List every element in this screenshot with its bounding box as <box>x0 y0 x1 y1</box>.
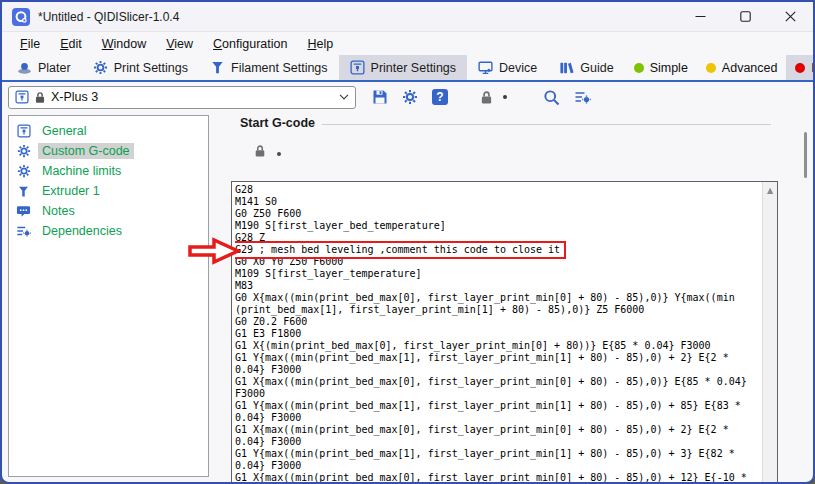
device-icon <box>478 60 493 75</box>
printer-icon <box>16 124 31 138</box>
printer-preset-dropdown[interactable]: X-Plus 3 <box>8 86 356 109</box>
gcode-line: G1 X{max((min(print_bed_max[0], first_la… <box>235 376 760 388</box>
search-button[interactable] <box>543 89 560 106</box>
tab-label: Plater <box>38 61 71 75</box>
window-controls <box>678 2 813 31</box>
gcode-line: M83 <box>235 280 760 292</box>
sidebar-item-dependencies[interactable]: Dependencies <box>9 221 208 241</box>
mode-label: Advanced <box>722 61 778 75</box>
gcode-line: M109 S[first_layer_temperature] <box>235 268 760 280</box>
tab-label: Guide <box>580 61 613 75</box>
menu-help[interactable]: Help <box>297 35 343 53</box>
preset-toolbar: X-Plus 3 ? <box>2 82 813 112</box>
mode-simple[interactable]: Simple <box>625 55 697 80</box>
sidebar-item-label: Dependencies <box>38 223 126 239</box>
tab-label: Device <box>499 61 537 75</box>
sidebar-item-label: Extruder 1 <box>38 183 104 199</box>
gcode-line: G1 Y{max((min(print_bed_max[1], first_la… <box>235 448 760 460</box>
notes-icon <box>16 204 31 218</box>
section-title: Start G-code <box>240 116 315 130</box>
maximize-button[interactable] <box>723 2 768 31</box>
menu-bar: File Edit Window View Configuration Help <box>2 32 813 55</box>
gear-icon <box>16 144 31 158</box>
gcode-content: G28M141 S0G0 Z50 F600M190 S[first_layer_… <box>235 184 760 484</box>
textarea-scrollbar[interactable]: ▲ <box>762 182 777 484</box>
gcode-line: G1 X{(min(print_bed_max[0], first_layer_… <box>235 340 760 352</box>
mode-label: Expert <box>811 61 815 75</box>
gcode-line: G28 <box>235 184 760 196</box>
gcode-line: 0.04} F3000 <box>235 460 760 472</box>
sidebar-item-notes[interactable]: Notes <box>9 201 208 221</box>
guide-icon <box>559 60 574 75</box>
sidebar-item-machine-limits[interactable]: Machine limits <box>9 161 208 181</box>
mode-switcher: Simple Advanced Expert <box>625 55 815 80</box>
gcode-line: G0 X{max((min(print_bed_max[0], first_la… <box>235 292 760 304</box>
tab-print-settings[interactable]: Print Settings <box>82 55 199 80</box>
gear-icon <box>16 164 31 178</box>
mode-expert[interactable]: Expert <box>786 55 815 80</box>
gcode-line: G1 Y{max((min(print_bed_max[1], first_la… <box>235 352 760 364</box>
preset-settings-gear-button[interactable] <box>402 89 418 105</box>
preset-name: X-Plus 3 <box>51 90 334 104</box>
gcode-line: 0.04} F3000 <box>235 436 760 448</box>
sidebar-item-general[interactable]: General <box>9 121 208 141</box>
tab-label: Printer Settings <box>371 61 456 75</box>
lock-icon <box>34 91 46 104</box>
simple-dot-icon <box>634 63 644 73</box>
sidebar-item-extruder-1[interactable]: Extruder 1 <box>9 181 208 201</box>
gcode-line: F3000 <box>235 388 760 400</box>
gcode-line: G0 Z0.2 F600 <box>235 316 760 328</box>
menu-configuration[interactable]: Configuration <box>203 35 297 53</box>
gcode-line: G28 Z <box>235 232 760 244</box>
tab-guide[interactable]: Guide <box>548 55 624 80</box>
tab-printer-settings[interactable]: Printer Settings <box>339 55 467 80</box>
advanced-dot-icon <box>706 63 716 73</box>
gcode-line: G0 X0 Y0 Z50 F6000 <box>235 256 760 268</box>
gcode-line: M190 S[first_layer_bed_temperature] <box>235 220 760 232</box>
gear-icon <box>93 60 108 75</box>
tab-label: Print Settings <box>114 61 188 75</box>
app-window: *Untitled - QIDISlicer-1.0.4 File Edit W… <box>0 0 815 484</box>
gcode-line: 0.04} F3000 <box>235 364 760 376</box>
content-area: General Custom G-code Machine limits Ext… <box>2 112 813 482</box>
tab-device[interactable]: Device <box>467 55 548 80</box>
tab-plater[interactable]: Plater <box>6 55 82 80</box>
printer-icon <box>350 60 365 75</box>
menu-window[interactable]: Window <box>92 35 156 53</box>
mode-advanced[interactable]: Advanced <box>697 55 787 80</box>
minimize-button[interactable] <box>678 2 723 31</box>
dot-indicator <box>503 95 507 99</box>
chevron-down-icon <box>339 94 349 100</box>
mode-label: Simple <box>650 61 688 75</box>
gcode-line: G1 X{max((min(print_bed_max[0], first_la… <box>235 472 760 484</box>
window-title: *Untitled - QIDISlicer-1.0.4 <box>38 10 179 24</box>
gcode-line: G1 Y{max((min(print_bed_max[1], first_la… <box>235 400 760 412</box>
save-preset-button[interactable] <box>372 89 388 105</box>
close-button[interactable] <box>768 2 813 31</box>
extruder-icon <box>16 185 31 198</box>
compare-settings-icon[interactable] <box>574 89 591 105</box>
tab-bar: Plater Print Settings Filament Settings … <box>2 55 813 82</box>
gcode-line-highlighted: G29 ; mesh bed leveling ,comment this co… <box>235 244 563 256</box>
gcode-line: 0.04} F3000 <box>235 412 760 424</box>
sidebar-item-label: Custom G-code <box>38 143 134 159</box>
dependencies-icon <box>16 224 31 238</box>
start-gcode-textarea[interactable]: G28M141 S0G0 Z50 F600M190 S[first_layer_… <box>231 181 778 484</box>
lock-settings-button[interactable] <box>480 90 493 105</box>
tab-label: Filament Settings <box>231 61 328 75</box>
help-button[interactable]: ? <box>432 89 448 105</box>
menu-edit[interactable]: Edit <box>50 35 92 53</box>
window-scrollbar-thumb[interactable] <box>804 132 807 178</box>
expert-dot-icon <box>795 63 805 73</box>
scroll-up-arrow-icon: ▲ <box>767 186 773 484</box>
help-icon: ? <box>432 89 448 105</box>
plater-icon <box>17 60 32 75</box>
sidebar-item-custom-gcode[interactable]: Custom G-code <box>9 141 208 161</box>
tab-filament-settings[interactable]: Filament Settings <box>199 55 339 80</box>
menu-view[interactable]: View <box>156 35 203 53</box>
gcode-line: M141 S0 <box>235 196 760 208</box>
title-bar: *Untitled - QIDISlicer-1.0.4 <box>2 2 813 32</box>
menu-file[interactable]: File <box>10 35 50 53</box>
lock-icon <box>254 144 266 162</box>
gcode-line: (print_bed_max[1], first_layer_print_min… <box>235 304 760 316</box>
